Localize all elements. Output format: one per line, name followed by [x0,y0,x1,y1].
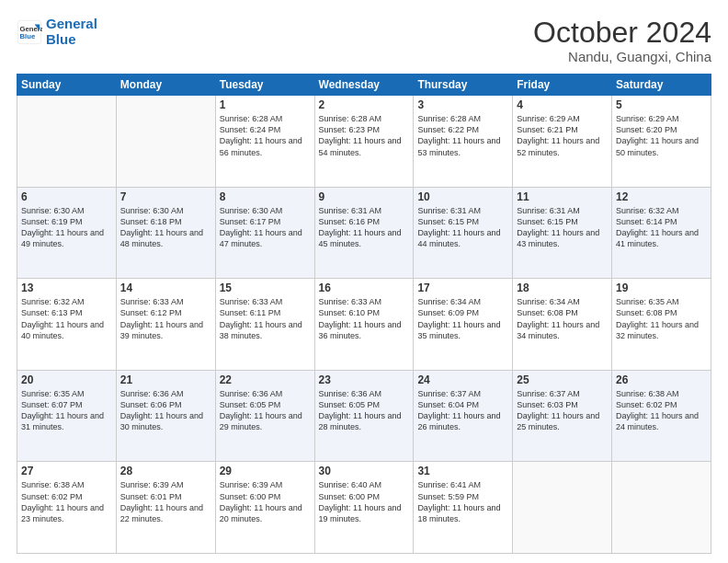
calendar-cell: 16Sunrise: 6:33 AM Sunset: 6:10 PM Dayli… [314,279,414,371]
calendar-cell: 20Sunrise: 6:35 AM Sunset: 6:07 PM Dayli… [17,370,117,462]
calendar-cell [17,96,117,188]
weekday-header: SundayMondayTuesdayWednesdayThursdayFrid… [17,75,711,96]
day-number: 21 [120,373,211,386]
day-info: Sunrise: 6:30 AM Sunset: 6:19 PM Dayligh… [21,205,112,250]
day-number: 5 [616,98,707,111]
weekday-sunday: Sunday [17,75,117,96]
week-row-3: 13Sunrise: 6:32 AM Sunset: 6:13 PM Dayli… [17,279,711,371]
day-number: 3 [417,98,508,111]
day-number: 10 [417,190,508,203]
calendar-cell: 2Sunrise: 6:28 AM Sunset: 6:23 PM Daylig… [314,96,414,188]
day-number: 19 [616,282,707,294]
calendar-cell [116,96,215,188]
calendar-cell: 18Sunrise: 6:34 AM Sunset: 6:08 PM Dayli… [513,279,612,371]
day-info: Sunrise: 6:34 AM Sunset: 6:09 PM Dayligh… [417,296,508,341]
location: Nandu, Guangxi, China [533,49,711,64]
day-number: 8 [220,190,311,203]
day-info: Sunrise: 6:33 AM Sunset: 6:11 PM Dayligh… [220,296,311,341]
calendar-cell: 31Sunrise: 6:41 AM Sunset: 5:59 PM Dayli… [414,462,513,554]
calendar-cell: 21Sunrise: 6:36 AM Sunset: 6:06 PM Dayli… [116,370,215,462]
weekday-wednesday: Wednesday [314,75,414,96]
calendar-cell: 7Sunrise: 6:30 AM Sunset: 6:18 PM Daylig… [116,187,215,279]
day-number: 31 [417,465,508,477]
calendar-cell: 9Sunrise: 6:31 AM Sunset: 6:16 PM Daylig… [314,187,414,279]
day-info: Sunrise: 6:31 AM Sunset: 6:16 PM Dayligh… [319,205,410,250]
day-number: 15 [220,282,311,294]
calendar-cell: 4Sunrise: 6:29 AM Sunset: 6:21 PM Daylig… [513,96,612,188]
calendar-cell [612,462,711,554]
day-info: Sunrise: 6:36 AM Sunset: 6:06 PM Dayligh… [120,388,211,433]
calendar-cell: 15Sunrise: 6:33 AM Sunset: 6:11 PM Dayli… [215,279,314,371]
day-info: Sunrise: 6:39 AM Sunset: 6:01 PM Dayligh… [120,479,211,524]
day-info: Sunrise: 6:31 AM Sunset: 6:15 PM Dayligh… [417,205,508,250]
day-info: Sunrise: 6:38 AM Sunset: 6:02 PM Dayligh… [21,479,112,524]
day-info: Sunrise: 6:33 AM Sunset: 6:12 PM Dayligh… [120,296,211,341]
calendar-cell: 28Sunrise: 6:39 AM Sunset: 6:01 PM Dayli… [116,462,215,554]
day-info: Sunrise: 6:30 AM Sunset: 6:18 PM Dayligh… [120,205,211,250]
day-number: 28 [120,465,211,477]
day-number: 23 [319,373,410,386]
calendar-cell: 11Sunrise: 6:31 AM Sunset: 6:15 PM Dayli… [513,187,612,279]
day-info: Sunrise: 6:41 AM Sunset: 5:59 PM Dayligh… [417,479,508,524]
calendar-cell: 6Sunrise: 6:30 AM Sunset: 6:19 PM Daylig… [17,187,117,279]
day-info: Sunrise: 6:28 AM Sunset: 6:24 PM Dayligh… [220,113,311,158]
calendar-cell: 22Sunrise: 6:36 AM Sunset: 6:05 PM Dayli… [215,370,314,462]
logo: General Blue GeneralBlue [17,17,97,47]
day-info: Sunrise: 6:38 AM Sunset: 6:02 PM Dayligh… [616,388,707,433]
day-info: Sunrise: 6:33 AM Sunset: 6:10 PM Dayligh… [319,296,410,341]
day-info: Sunrise: 6:35 AM Sunset: 6:07 PM Dayligh… [21,388,112,433]
day-number: 20 [21,373,112,386]
calendar-cell: 5Sunrise: 6:29 AM Sunset: 6:20 PM Daylig… [612,96,711,188]
day-number: 22 [220,373,311,386]
calendar: SundayMondayTuesdayWednesdayThursdayFrid… [17,74,711,554]
calendar-cell: 27Sunrise: 6:38 AM Sunset: 6:02 PM Dayli… [17,462,117,554]
day-info: Sunrise: 6:40 AM Sunset: 6:00 PM Dayligh… [319,479,410,524]
day-number: 29 [220,465,311,477]
day-number: 1 [220,98,311,111]
day-info: Sunrise: 6:29 AM Sunset: 6:21 PM Dayligh… [517,113,608,158]
day-info: Sunrise: 6:37 AM Sunset: 6:03 PM Dayligh… [517,388,608,433]
day-number: 18 [517,282,608,294]
calendar-cell: 24Sunrise: 6:37 AM Sunset: 6:04 PM Dayli… [414,370,513,462]
day-info: Sunrise: 6:28 AM Sunset: 6:22 PM Dayligh… [417,113,508,158]
calendar-cell: 17Sunrise: 6:34 AM Sunset: 6:09 PM Dayli… [414,279,513,371]
day-number: 6 [21,190,112,203]
day-number: 30 [319,465,410,477]
day-info: Sunrise: 6:32 AM Sunset: 6:13 PM Dayligh… [21,296,112,341]
weekday-tuesday: Tuesday [215,75,314,96]
day-info: Sunrise: 6:36 AM Sunset: 6:05 PM Dayligh… [220,388,311,433]
week-row-5: 27Sunrise: 6:38 AM Sunset: 6:02 PM Dayli… [17,462,711,554]
day-info: Sunrise: 6:39 AM Sunset: 6:00 PM Dayligh… [220,479,311,524]
day-number: 13 [21,282,112,294]
page: General Blue GeneralBlue October 2024 Na… [0,0,728,563]
weekday-monday: Monday [116,75,215,96]
calendar-cell: 26Sunrise: 6:38 AM Sunset: 6:02 PM Dayli… [612,370,711,462]
day-number: 14 [120,282,211,294]
day-number: 9 [319,190,410,203]
day-info: Sunrise: 6:37 AM Sunset: 6:04 PM Dayligh… [417,388,508,433]
svg-text:Blue: Blue [20,32,36,40]
day-number: 7 [120,190,211,203]
day-info: Sunrise: 6:34 AM Sunset: 6:08 PM Dayligh… [517,296,608,341]
day-info: Sunrise: 6:36 AM Sunset: 6:05 PM Dayligh… [319,388,410,433]
calendar-cell: 19Sunrise: 6:35 AM Sunset: 6:08 PM Dayli… [612,279,711,371]
calendar-cell: 8Sunrise: 6:30 AM Sunset: 6:17 PM Daylig… [215,187,314,279]
day-info: Sunrise: 6:29 AM Sunset: 6:20 PM Dayligh… [616,113,707,158]
calendar-cell: 30Sunrise: 6:40 AM Sunset: 6:00 PM Dayli… [314,462,414,554]
day-number: 17 [417,282,508,294]
weekday-saturday: Saturday [612,75,711,96]
day-number: 12 [616,190,707,203]
week-row-1: 1Sunrise: 6:28 AM Sunset: 6:24 PM Daylig… [17,96,711,188]
day-number: 11 [517,190,608,203]
calendar-cell: 14Sunrise: 6:33 AM Sunset: 6:12 PM Dayli… [116,279,215,371]
weekday-thursday: Thursday [414,75,513,96]
day-info: Sunrise: 6:32 AM Sunset: 6:14 PM Dayligh… [616,205,707,250]
day-number: 27 [21,465,112,477]
calendar-cell: 23Sunrise: 6:36 AM Sunset: 6:05 PM Dayli… [314,370,414,462]
day-number: 16 [319,282,410,294]
logo-text: GeneralBlue [46,17,97,47]
month-title: October 2024 [533,17,711,49]
day-info: Sunrise: 6:31 AM Sunset: 6:15 PM Dayligh… [517,205,608,250]
day-number: 24 [417,373,508,386]
calendar-cell: 12Sunrise: 6:32 AM Sunset: 6:14 PM Dayli… [612,187,711,279]
